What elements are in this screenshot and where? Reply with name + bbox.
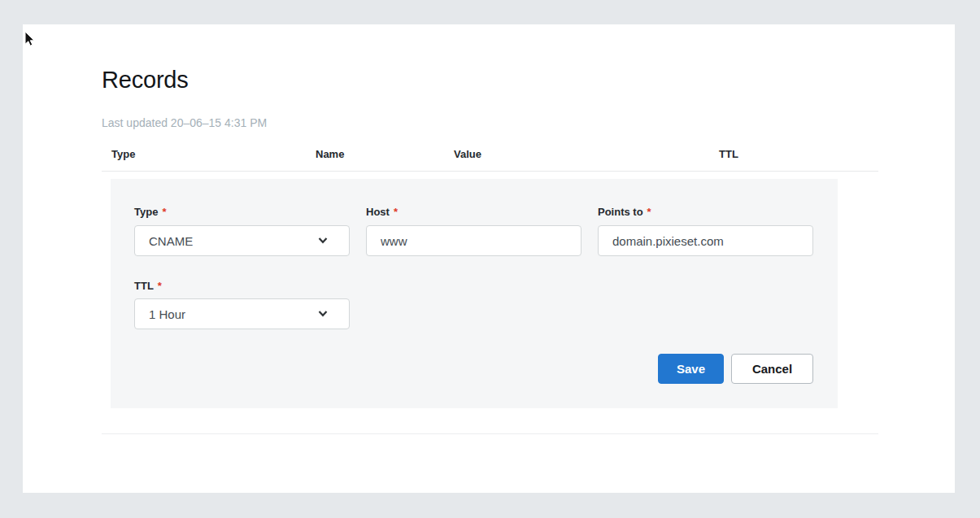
bottom-divider <box>102 433 878 434</box>
host-input[interactable] <box>366 225 581 256</box>
points-to-field-label: Points to* <box>598 206 651 218</box>
column-header-name: Name <box>316 148 344 160</box>
records-table-header: Type Name Value TTL <box>102 148 878 164</box>
column-header-ttl: TTL <box>719 148 738 160</box>
required-asterisk: * <box>647 206 651 218</box>
type-select[interactable]: CNAME <box>134 225 350 256</box>
required-asterisk: * <box>158 280 162 292</box>
host-label-text: Host <box>366 206 390 218</box>
column-header-value: Value <box>454 148 481 160</box>
page-title: Records <box>102 67 189 94</box>
ttl-field-label: TTL* <box>134 280 162 292</box>
points-to-input[interactable] <box>598 225 813 256</box>
type-field-label: Type* <box>134 206 166 218</box>
ttl-label-text: TTL <box>134 280 154 292</box>
save-button[interactable]: Save <box>658 354 724 384</box>
last-updated-text: Last updated 20–06–15 4:31 PM <box>102 116 267 129</box>
type-label-text: Type <box>134 206 158 218</box>
host-field-label: Host* <box>366 206 398 218</box>
record-edit-form: Type* CNAME Host* Points to* TTL* 1 Hour… <box>111 179 838 408</box>
cancel-button[interactable]: Cancel <box>731 354 813 384</box>
required-asterisk: * <box>394 206 398 218</box>
records-card: Records Last updated 20–06–15 4:31 PM Ty… <box>23 24 955 493</box>
required-asterisk: * <box>162 206 166 218</box>
column-header-type: Type <box>111 148 135 160</box>
points-to-label-text: Points to <box>598 206 643 218</box>
table-header-divider <box>102 171 878 172</box>
ttl-select[interactable]: 1 Hour <box>134 298 350 329</box>
